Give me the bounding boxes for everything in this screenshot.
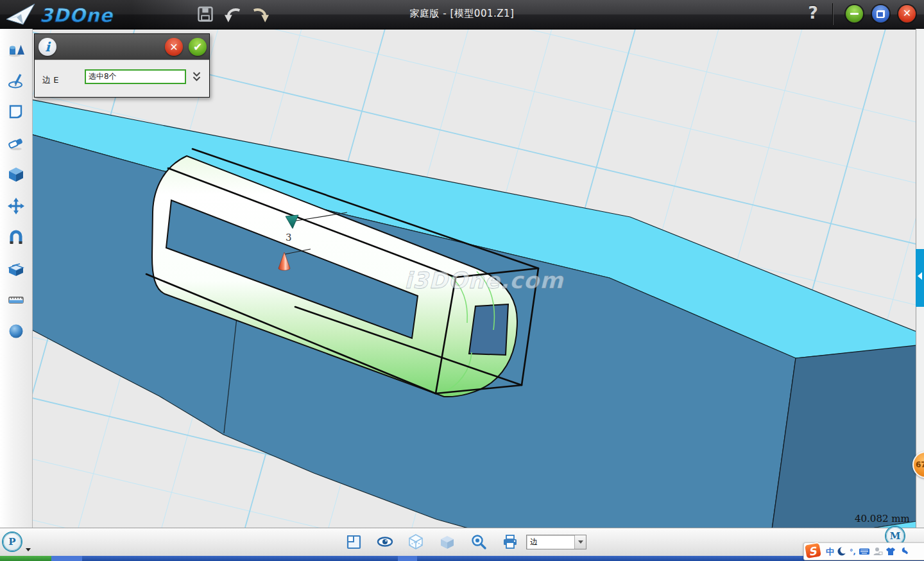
dropdown-arrow-icon[interactable] [574, 535, 586, 549]
assembly-magnet-icon[interactable] [7, 229, 25, 246]
display-mode-value: 边 [527, 537, 574, 548]
close-icon: ✕ [903, 8, 911, 19]
ime-settings-wrench-icon[interactable] [898, 546, 909, 557]
minimize-button[interactable] [846, 5, 863, 22]
visibility-eye-button[interactable] [377, 533, 393, 550]
panel-arrow-icon [918, 272, 922, 280]
dialog-cancel-button[interactable]: ✕ [165, 38, 183, 56]
dialog-body: 边 E [35, 60, 209, 97]
wireframe-cube-button[interactable] [407, 533, 424, 550]
fillet-radius-label: 3 [286, 232, 292, 243]
special-box-icon[interactable] [7, 260, 25, 278]
ime-skin-shirt-icon[interactable] [886, 546, 896, 557]
taskbar-button[interactable] [51, 556, 82, 561]
measurement-label: 40.082 mm [855, 513, 910, 524]
sketch-pencil-icon[interactable] [7, 72, 25, 90]
edge-field-label: 边 E [42, 74, 58, 86]
pattern-menu-caret-icon[interactable] [26, 548, 31, 551]
move-arrows-icon[interactable] [7, 197, 25, 215]
selection-dialog: i ✕ ✔ 边 E [34, 33, 210, 98]
window-title: 家庭版 - [模型001.Z1] [0, 8, 924, 20]
ime-punctuation-button[interactable]: °, [850, 548, 856, 555]
start-button-edge[interactable] [0, 556, 51, 561]
os-taskbar [0, 556, 924, 561]
ime-toolbar: S 中 °, [803, 542, 924, 560]
info-icon: i [38, 38, 56, 56]
shaded-cube-button[interactable] [439, 533, 456, 550]
title-bar: 3DOne 家庭版 - [模型001.Z1] ? ✕ [0, 0, 924, 30]
watermark: i3DOne.com [404, 268, 564, 293]
restore-icon [877, 10, 885, 18]
trim-tool-icon[interactable] [7, 134, 25, 152]
sketch-plane-icon[interactable] [7, 103, 25, 121]
material-sphere-icon[interactable] [7, 322, 25, 340]
restore-button[interactable] [872, 5, 889, 22]
ime-fullwidth-moon-icon[interactable] [837, 546, 847, 557]
titlebar-separator [832, 3, 834, 25]
dialog-header[interactable]: i ✕ ✔ [35, 34, 209, 60]
edge-selection-input[interactable] [85, 69, 186, 84]
ime-chinese-mode-button[interactable]: 中 [826, 548, 834, 556]
solid-block-icon[interactable] [7, 166, 25, 184]
fillet-end-window[interactable] [469, 304, 508, 355]
app-window: 3 i3DOne.com 40.082 mm 3DOne [0, 0, 924, 561]
zoom-search-button[interactable] [470, 533, 487, 550]
help-button[interactable]: ? [802, 3, 824, 26]
bottom-toolbar [0, 528, 924, 557]
display-mode-select[interactable]: 边 [526, 535, 586, 549]
close-button[interactable]: ✕ [898, 5, 916, 22]
taskbar-button[interactable] [398, 556, 417, 561]
print-button[interactable] [502, 533, 518, 550]
primitive-solids-icon[interactable] [7, 41, 25, 59]
sogou-logo-icon[interactable]: S [802, 540, 824, 561]
pattern-menu-button[interactable]: P [3, 533, 21, 551]
ime-keyboard-icon[interactable] [859, 546, 870, 557]
expand-chevrons-icon[interactable] [193, 72, 201, 82]
dialog-confirm-button[interactable]: ✔ [189, 38, 207, 56]
minimize-icon [850, 13, 859, 15]
measure-ruler-icon[interactable] [7, 291, 25, 309]
left-toolbar [0, 29, 33, 528]
view-layout-button[interactable] [345, 533, 362, 550]
ime-dictionary-person-icon[interactable] [873, 546, 883, 557]
